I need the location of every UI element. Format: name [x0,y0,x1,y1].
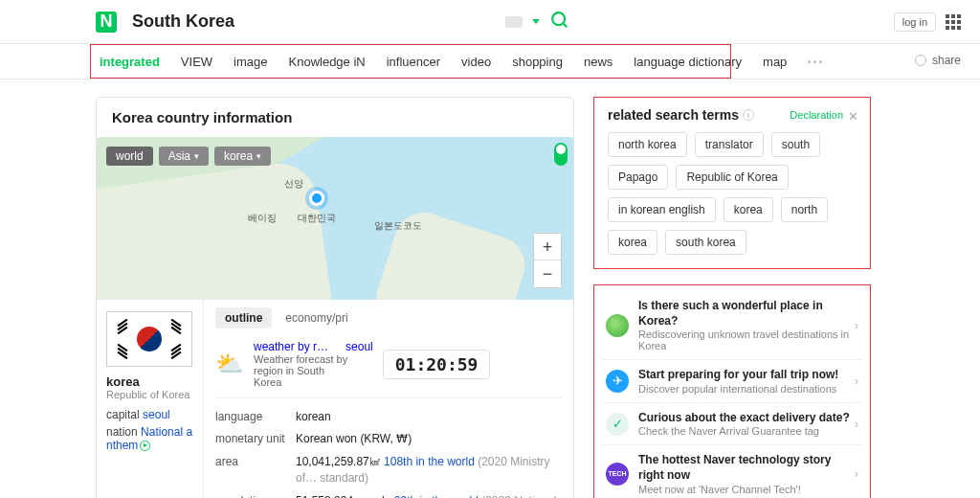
tab-integrated[interactable]: integrated [100,55,160,69]
crumb-korea-label: korea [224,149,253,163]
chevron-right-icon: › [855,374,858,388]
weather-title-link[interactable]: weather by r… [254,340,328,353]
weather-icon: ⛅ [215,351,244,377]
related-chip[interactable]: north korea [608,132,687,157]
share-label: share [932,54,961,67]
plane-icon: ✈ [606,370,629,393]
crumb-korea[interactable]: korea▾ [214,147,271,166]
weather-desc: Weather forecast by region in South Kore… [254,353,349,388]
tab-map[interactable]: map [763,55,787,69]
pop-rank-link[interactable]: 29th in the world [394,494,479,498]
country-subname: Republic of Korea [106,389,193,400]
play-icon[interactable] [140,441,150,451]
pop-key: population [215,493,290,498]
map-breadcrumb: world Asia▾ korea▾ [106,147,271,166]
local-time: 01:20:59 [383,350,491,379]
area-key: area [215,454,290,487]
nation-key: nation [106,425,138,439]
monetary-val: Korean won (KRW, ₩) [296,431,562,447]
promo-item[interactable]: ✈ Start preparing for your fall trip now… [602,359,862,402]
map-label-korea: 대한민국 [298,212,336,225]
tabs-more-icon[interactable] [808,60,822,63]
related-chip[interactable]: north [781,197,828,222]
flag-korea [106,311,192,367]
related-chip[interactable]: korea [608,230,657,255]
declaration-link[interactable]: Declaration [790,109,843,121]
related-title: related search terms [608,107,739,123]
area-rank-link[interactable]: 108th in the world [384,455,475,468]
related-chip[interactable]: in korean english [608,197,716,222]
crumb-asia-label: Asia [168,149,190,163]
monetary-key: monetary unit [215,431,290,447]
related-chip[interactable]: Papago [608,165,668,190]
zoom-in-button[interactable]: + [534,234,561,260]
map-toggle[interactable] [554,143,568,166]
globe-icon [606,314,629,337]
tag-icon: ✓ [606,413,629,436]
svg-line-1 [563,23,567,27]
promo-title: The hottest Naver technology story right… [638,453,858,483]
tab-view[interactable]: VIEW [181,55,212,69]
promo-sub: Check the Naver Arrival Guarantee tag [638,425,850,437]
dropdown-caret-icon[interactable] [532,19,540,24]
map-label-japan: 일본도코도 [374,219,422,233]
language-val: korean [296,409,562,425]
chevron-right-icon: › [855,466,858,481]
naver-logo[interactable]: N [96,11,117,33]
related-chip[interactable]: Republic of Korea [676,165,788,190]
chevron-down-icon: ▾ [194,151,199,161]
related-chip[interactable]: south korea [665,230,746,255]
chevron-down-icon: ▾ [256,151,261,161]
search-tabs: integrated VIEW image Knowledge iN influ… [0,44,980,79]
tab-influencer[interactable]: influencer [387,55,440,69]
subtab-economy[interactable]: economy/pri [276,307,357,328]
country-name: korea [106,374,193,389]
info-icon[interactable]: i [743,109,754,121]
share-icon [915,55,926,66]
promo-item[interactable]: ✓ Curious about the exact delivery date?… [602,402,862,445]
capital-link[interactable]: seoul [143,408,170,421]
apps-grid-icon[interactable] [946,14,961,30]
share-button[interactable]: share [915,54,961,67]
tab-image[interactable]: image [234,55,267,69]
subtab-outline[interactable]: outline [215,307,272,328]
promo-title: Is there such a wonderful place in Korea… [638,299,858,328]
login-button[interactable]: log in [894,12,936,32]
tab-knowledgein[interactable]: Knowledge iN [289,55,366,69]
promo-sub: Rediscovering unknown travel destination… [638,328,858,351]
tab-shopping[interactable]: shopping [512,55,563,69]
related-chip[interactable]: translator [695,132,764,157]
promo-sub: Discover popular international destinati… [638,383,838,395]
map-pin-icon [309,191,324,206]
promo-title: Curious about the exact delivery date? [638,411,850,426]
tab-dictionary[interactable]: language dictionary [634,55,742,69]
promo-list: Is there such a wonderful place in Korea… [593,284,871,498]
related-chip[interactable]: korea [724,197,773,222]
crumb-world[interactable]: world [106,147,153,166]
promo-sub: Meet now at 'Naver Channel Tech'! [638,484,858,495]
mail-icon[interactable] [505,16,523,28]
promo-title: Start preparing for your fall trip now! [638,368,838,383]
close-icon[interactable]: ✕ [848,109,858,124]
promo-item[interactable]: TECH The hottest Naver technology story … [602,444,862,498]
svg-point-0 [552,12,565,25]
language-key: language [215,409,290,425]
tab-news[interactable]: news [584,55,612,69]
crumb-asia[interactable]: Asia▾ [159,147,209,166]
search-query: South Korea [132,11,234,32]
search-icon[interactable] [549,10,570,34]
promo-item[interactable]: Is there such a wonderful place in Korea… [602,291,862,359]
weather-city-link[interactable]: seoul [345,340,373,353]
country-card-title: Korea country information [97,98,573,137]
related-chip[interactable]: south [771,132,820,157]
zoom-out-button[interactable]: − [534,260,561,287]
tab-video[interactable]: video [461,55,491,69]
area-val: 10,041,259.87㎢ [296,455,381,468]
map-label-beijing: 베이징 [248,212,277,225]
tech-icon: TECH [606,463,629,486]
related-terms-card: related search terms i Declaration ✕ nor… [593,97,871,269]
capital-key: capital [106,408,140,421]
map-label-shenyang: 선양 [284,177,303,191]
chevron-right-icon: › [855,318,858,332]
chevron-right-icon: › [855,417,858,431]
